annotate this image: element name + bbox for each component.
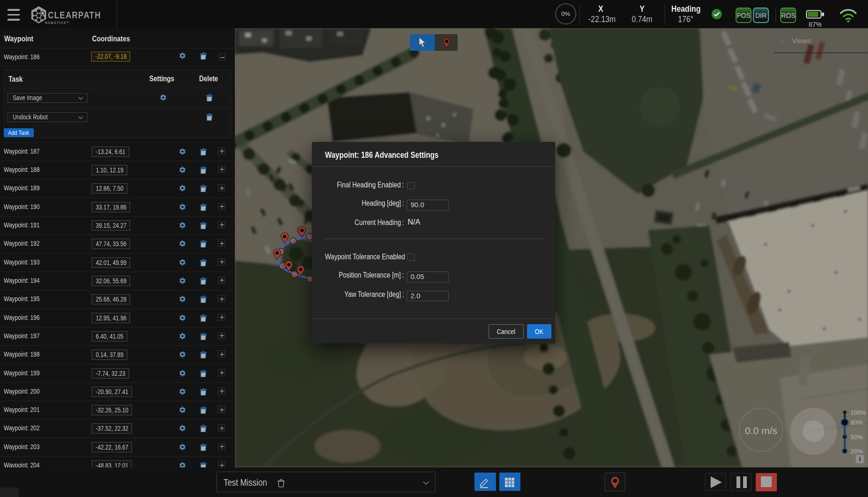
svg-text:80%: 80% bbox=[851, 419, 863, 426]
svg-text:100%: 100% bbox=[851, 409, 867, 416]
svg-text:50%: 50% bbox=[851, 434, 863, 441]
svg-text:20%: 20% bbox=[851, 448, 863, 455]
